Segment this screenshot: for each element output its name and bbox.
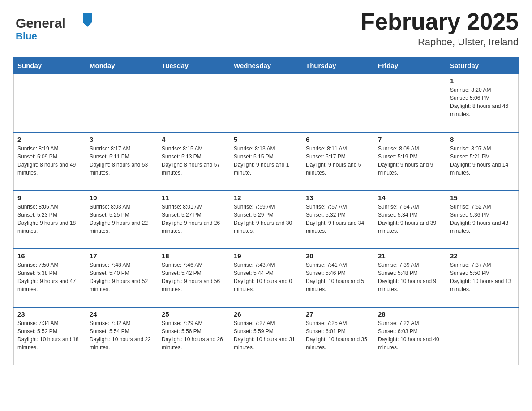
header-thursday: Thursday xyxy=(302,57,374,74)
week-row-1: 1Sunrise: 8:20 AM Sunset: 5:06 PM Daylig… xyxy=(14,74,519,133)
table-row: 19Sunrise: 7:43 AM Sunset: 5:44 PM Dayli… xyxy=(230,249,302,307)
day-info: Sunrise: 7:59 AM Sunset: 5:29 PM Dayligh… xyxy=(234,203,298,235)
svg-marker-1 xyxy=(83,13,92,27)
day-number: 20 xyxy=(306,252,370,260)
header-friday: Friday xyxy=(374,57,446,74)
table-row: 17Sunrise: 7:48 AM Sunset: 5:40 PM Dayli… xyxy=(86,249,158,307)
day-info: Sunrise: 7:52 AM Sunset: 5:36 PM Dayligh… xyxy=(450,203,515,235)
page-header: General Blue February 2025 Raphoe, Ulste… xyxy=(13,9,519,48)
day-info: Sunrise: 7:50 AM Sunset: 5:38 PM Dayligh… xyxy=(17,261,82,293)
day-number: 23 xyxy=(17,310,82,318)
table-row: 22Sunrise: 7:37 AM Sunset: 5:50 PM Dayli… xyxy=(446,249,519,307)
day-number: 9 xyxy=(17,194,82,201)
day-info: Sunrise: 7:22 AM Sunset: 6:03 PM Dayligh… xyxy=(378,319,442,351)
table-row: 9Sunrise: 8:05 AM Sunset: 5:23 PM Daylig… xyxy=(14,191,86,249)
day-info: Sunrise: 7:41 AM Sunset: 5:46 PM Dayligh… xyxy=(306,261,370,293)
day-info: Sunrise: 8:19 AM Sunset: 5:09 PM Dayligh… xyxy=(17,145,82,177)
svg-text:General: General xyxy=(16,16,66,30)
day-info: Sunrise: 7:25 AM Sunset: 6:01 PM Dayligh… xyxy=(306,319,370,351)
day-number: 4 xyxy=(162,136,226,143)
day-number: 2 xyxy=(17,136,82,143)
table-row: 14Sunrise: 7:54 AM Sunset: 5:34 PM Dayli… xyxy=(374,191,446,249)
day-info: Sunrise: 8:17 AM Sunset: 5:11 PM Dayligh… xyxy=(90,145,154,177)
title-block: February 2025 Raphoe, Ulster, Ireland xyxy=(360,9,519,48)
day-number: 25 xyxy=(162,310,226,318)
week-row-2: 2Sunrise: 8:19 AM Sunset: 5:09 PM Daylig… xyxy=(14,133,519,191)
day-info: Sunrise: 7:27 AM Sunset: 5:59 PM Dayligh… xyxy=(234,319,298,351)
table-row xyxy=(158,74,230,133)
table-row: 20Sunrise: 7:41 AM Sunset: 5:46 PM Dayli… xyxy=(302,249,374,307)
table-row xyxy=(374,74,446,133)
table-row: 4Sunrise: 8:15 AM Sunset: 5:13 PM Daylig… xyxy=(158,133,230,191)
month-title: February 2025 xyxy=(360,9,519,34)
day-number: 28 xyxy=(378,310,442,318)
table-row: 26Sunrise: 7:27 AM Sunset: 5:59 PM Dayli… xyxy=(230,307,302,365)
table-row: 12Sunrise: 7:59 AM Sunset: 5:29 PM Dayli… xyxy=(230,191,302,249)
header-wednesday: Wednesday xyxy=(230,57,302,74)
table-row: 23Sunrise: 7:34 AM Sunset: 5:52 PM Dayli… xyxy=(14,307,86,365)
day-number: 6 xyxy=(306,136,370,143)
week-row-3: 9Sunrise: 8:05 AM Sunset: 5:23 PM Daylig… xyxy=(14,191,519,249)
table-row: 2Sunrise: 8:19 AM Sunset: 5:09 PM Daylig… xyxy=(14,133,86,191)
day-info: Sunrise: 8:03 AM Sunset: 5:25 PM Dayligh… xyxy=(90,203,154,235)
week-row-5: 23Sunrise: 7:34 AM Sunset: 5:52 PM Dayli… xyxy=(14,307,519,365)
day-info: Sunrise: 8:13 AM Sunset: 5:15 PM Dayligh… xyxy=(234,145,298,177)
day-number: 14 xyxy=(378,194,442,201)
calendar-table: Sunday Monday Tuesday Wednesday Thursday… xyxy=(13,57,519,365)
table-row xyxy=(14,74,86,133)
table-row: 15Sunrise: 7:52 AM Sunset: 5:36 PM Dayli… xyxy=(446,191,519,249)
table-row: 6Sunrise: 8:11 AM Sunset: 5:17 PM Daylig… xyxy=(302,133,374,191)
table-row: 3Sunrise: 8:17 AM Sunset: 5:11 PM Daylig… xyxy=(86,133,158,191)
day-number: 22 xyxy=(450,252,515,260)
logo: General Blue xyxy=(13,9,99,45)
table-row: 18Sunrise: 7:46 AM Sunset: 5:42 PM Dayli… xyxy=(158,249,230,307)
day-number: 18 xyxy=(162,252,226,260)
day-number: 8 xyxy=(450,136,515,143)
table-row: 1Sunrise: 8:20 AM Sunset: 5:06 PM Daylig… xyxy=(446,74,519,133)
table-row xyxy=(86,74,158,133)
day-info: Sunrise: 7:54 AM Sunset: 5:34 PM Dayligh… xyxy=(378,203,442,235)
day-number: 11 xyxy=(162,194,226,201)
day-info: Sunrise: 7:43 AM Sunset: 5:44 PM Dayligh… xyxy=(234,261,298,293)
day-info: Sunrise: 8:07 AM Sunset: 5:21 PM Dayligh… xyxy=(450,145,515,177)
location: Raphoe, Ulster, Ireland xyxy=(360,36,519,48)
header-tuesday: Tuesday xyxy=(158,57,230,74)
day-info: Sunrise: 7:57 AM Sunset: 5:32 PM Dayligh… xyxy=(306,203,370,235)
day-number: 7 xyxy=(378,136,442,143)
table-row xyxy=(230,74,302,133)
logo-svg: General Blue xyxy=(13,9,99,45)
day-info: Sunrise: 8:20 AM Sunset: 5:06 PM Dayligh… xyxy=(450,86,515,118)
day-info: Sunrise: 8:15 AM Sunset: 5:13 PM Dayligh… xyxy=(162,145,226,177)
day-info: Sunrise: 7:37 AM Sunset: 5:50 PM Dayligh… xyxy=(450,261,515,293)
table-row xyxy=(302,74,374,133)
day-number: 24 xyxy=(90,310,154,318)
header-monday: Monday xyxy=(86,57,158,74)
table-row: 24Sunrise: 7:32 AM Sunset: 5:54 PM Dayli… xyxy=(86,307,158,365)
table-row: 7Sunrise: 8:09 AM Sunset: 5:19 PM Daylig… xyxy=(374,133,446,191)
table-row: 5Sunrise: 8:13 AM Sunset: 5:15 PM Daylig… xyxy=(230,133,302,191)
table-row: 10Sunrise: 8:03 AM Sunset: 5:25 PM Dayli… xyxy=(86,191,158,249)
weekday-header-row: Sunday Monday Tuesday Wednesday Thursday… xyxy=(14,57,519,74)
day-info: Sunrise: 7:29 AM Sunset: 5:56 PM Dayligh… xyxy=(162,319,226,351)
week-row-4: 16Sunrise: 7:50 AM Sunset: 5:38 PM Dayli… xyxy=(14,249,519,307)
day-number: 27 xyxy=(306,310,370,318)
day-info: Sunrise: 8:05 AM Sunset: 5:23 PM Dayligh… xyxy=(17,203,82,235)
day-number: 5 xyxy=(234,136,298,143)
svg-text:Blue: Blue xyxy=(16,30,37,42)
day-number: 3 xyxy=(90,136,154,143)
day-number: 10 xyxy=(90,194,154,201)
day-number: 21 xyxy=(378,252,442,260)
day-info: Sunrise: 7:46 AM Sunset: 5:42 PM Dayligh… xyxy=(162,261,226,293)
day-number: 13 xyxy=(306,194,370,201)
day-number: 15 xyxy=(450,194,515,201)
table-row: 28Sunrise: 7:22 AM Sunset: 6:03 PM Dayli… xyxy=(374,307,446,365)
day-info: Sunrise: 8:01 AM Sunset: 5:27 PM Dayligh… xyxy=(162,203,226,235)
day-number: 12 xyxy=(234,194,298,201)
day-info: Sunrise: 7:34 AM Sunset: 5:52 PM Dayligh… xyxy=(17,319,82,351)
day-number: 17 xyxy=(90,252,154,260)
table-row xyxy=(446,307,519,365)
day-info: Sunrise: 8:09 AM Sunset: 5:19 PM Dayligh… xyxy=(378,145,442,177)
table-row: 11Sunrise: 8:01 AM Sunset: 5:27 PM Dayli… xyxy=(158,191,230,249)
header-sunday: Sunday xyxy=(14,57,86,74)
table-row: 27Sunrise: 7:25 AM Sunset: 6:01 PM Dayli… xyxy=(302,307,374,365)
